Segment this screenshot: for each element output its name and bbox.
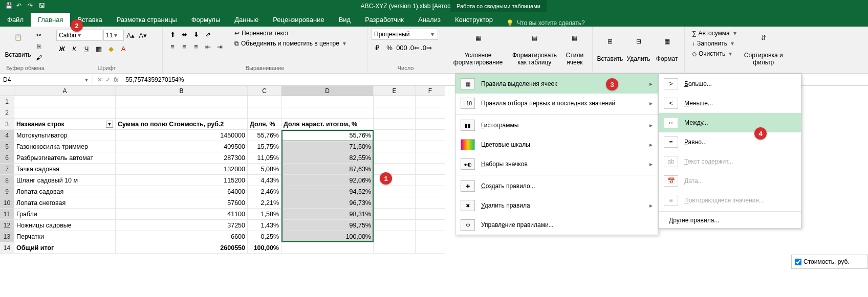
fx-icon[interactable]: fx xyxy=(114,76,118,83)
cell[interactable] xyxy=(416,164,445,175)
cell[interactable] xyxy=(248,96,281,107)
cell[interactable]: Мотокультиватор xyxy=(14,130,116,141)
cell[interactable]: 71,50% xyxy=(281,141,374,152)
cell[interactable] xyxy=(416,119,445,130)
cell[interactable]: 2,21% xyxy=(248,197,281,209)
cell[interactable] xyxy=(14,107,116,119)
cell[interactable]: 64000 xyxy=(116,186,248,197)
insert-cells-button[interactable]: ⊞Вставить xyxy=(597,29,623,72)
align-top-icon[interactable]: ⬆ xyxy=(167,29,178,40)
cell[interactable] xyxy=(374,119,416,130)
filter-icon[interactable]: ▼ xyxy=(106,121,113,128)
orientation-icon[interactable]: ⇗ xyxy=(202,29,213,40)
tell-me-search[interactable]: 💡 Что вы хотите сделать? xyxy=(500,19,591,27)
increase-font-icon[interactable]: A▴ xyxy=(125,30,136,41)
cell[interactable]: Лопата садовая xyxy=(14,186,116,197)
field-checkbox[interactable] xyxy=(795,259,801,265)
clear-button[interactable]: ◇Очистить▾ xyxy=(689,49,741,58)
fill-color-button[interactable]: ◆ xyxy=(105,43,117,54)
cell[interactable] xyxy=(416,130,445,141)
row-header[interactable]: 13 xyxy=(0,231,14,242)
sort-filter-button[interactable]: ⇵Сортировка и фильтр xyxy=(743,29,784,72)
column-header[interactable]: D xyxy=(281,86,374,96)
format-cells-button[interactable]: ▦Формат xyxy=(654,29,680,72)
cell[interactable] xyxy=(416,197,445,209)
paste-button[interactable]: 📋 Вставить xyxy=(4,29,32,64)
cell[interactable]: Тачка садовая xyxy=(14,164,116,175)
cell[interactable]: Ножницы садовые xyxy=(14,220,116,231)
decrease-font-icon[interactable]: A▾ xyxy=(137,30,148,41)
decrease-decimal-icon[interactable]: .0⇒ xyxy=(421,42,432,53)
cell[interactable]: 1450000 xyxy=(116,130,248,141)
cell[interactable]: 15,75% xyxy=(248,141,281,152)
cell[interactable]: 0,25% xyxy=(248,231,281,242)
cell[interactable] xyxy=(374,220,416,231)
cell[interactable] xyxy=(416,96,445,107)
increase-decimal-icon[interactable]: .0⇐ xyxy=(408,42,420,53)
cell[interactable] xyxy=(416,152,445,164)
cell[interactable]: 41100 xyxy=(116,209,248,220)
cell[interactable] xyxy=(14,96,116,107)
cell-styles-button[interactable]: ▦ Стили ячеек xyxy=(561,29,588,72)
redo-icon[interactable]: ↷ xyxy=(28,2,36,10)
column-header[interactable]: A xyxy=(14,86,116,96)
cell[interactable]: 2600550 xyxy=(116,242,248,254)
row-header[interactable]: 3 xyxy=(0,119,14,130)
column-header[interactable]: E xyxy=(374,86,416,96)
cell[interactable]: 100,00% xyxy=(248,242,281,254)
font-size-combo[interactable]: 11▾ xyxy=(103,30,124,41)
cell[interactable]: 100,00% xyxy=(281,231,374,242)
cell[interactable]: 4,43% xyxy=(248,175,281,186)
cell[interactable] xyxy=(374,141,416,152)
fill-button[interactable]: ↓Заполнить▾ xyxy=(689,39,741,48)
row-header[interactable]: 4 xyxy=(0,130,14,141)
column-header[interactable]: F xyxy=(416,86,445,96)
cell[interactable] xyxy=(374,164,416,175)
cell[interactable]: 92,06% xyxy=(281,175,374,186)
cell[interactable] xyxy=(374,152,416,164)
align-left-icon[interactable]: ≡ xyxy=(167,41,178,52)
align-middle-icon[interactable]: ⬌ xyxy=(179,29,190,40)
cell[interactable] xyxy=(116,107,248,119)
cell[interactable]: 55,76% xyxy=(248,130,281,141)
tab-home[interactable]: Главная xyxy=(31,13,70,27)
name-box[interactable]: D4▾ xyxy=(0,74,93,85)
increase-indent-icon[interactable]: ⇥ xyxy=(214,41,225,52)
cf-manage-rules[interactable]: ⚙Управление правилами... xyxy=(455,215,658,235)
cell[interactable]: 37250 xyxy=(116,220,248,231)
cell[interactable]: 87,63% xyxy=(281,164,374,175)
cell[interactable]: 2,46% xyxy=(248,186,281,197)
cf-data-bars[interactable]: ▮▮Гистограммы▸ xyxy=(455,116,658,135)
bold-button[interactable]: Ж xyxy=(56,43,68,54)
row-header[interactable]: 5 xyxy=(0,141,14,152)
row-header[interactable]: 14 xyxy=(0,242,14,254)
cell[interactable]: 57600 xyxy=(116,197,248,209)
number-format-combo[interactable]: Процентный▾ xyxy=(372,29,438,40)
cell[interactable] xyxy=(374,96,416,107)
rule-less-than[interactable]: <Меньше... xyxy=(659,94,801,113)
rule-date-occurring[interactable]: 📅Дата... xyxy=(659,171,801,191)
save-alt-icon[interactable]: 🖫 xyxy=(39,2,47,10)
cell[interactable]: 5,08% xyxy=(248,164,281,175)
rule-text-contains[interactable]: abТекст содержит... xyxy=(659,152,801,171)
cell[interactable]: 98,31% xyxy=(281,209,374,220)
cell[interactable]: Доля, % xyxy=(248,119,281,130)
cell[interactable] xyxy=(281,242,374,254)
cell[interactable] xyxy=(374,231,416,242)
row-header[interactable]: 10 xyxy=(0,197,14,209)
wrap-text-button[interactable]: ↩Перенести текст xyxy=(231,29,351,38)
borders-button[interactable]: ▦ xyxy=(93,43,104,54)
cell[interactable]: 6600 xyxy=(116,231,248,242)
cell[interactable] xyxy=(374,130,416,141)
cell[interactable]: 115200 xyxy=(116,175,248,186)
font-name-combo[interactable]: Calibri▾ xyxy=(56,30,102,41)
cell[interactable] xyxy=(281,107,374,119)
cell[interactable] xyxy=(416,220,445,231)
rule-duplicate-values[interactable]: ≡Повторяющиеся значения... xyxy=(659,191,801,210)
row-header[interactable]: 11 xyxy=(0,209,14,220)
cell[interactable]: Перчатки xyxy=(14,231,116,242)
cell[interactable]: Разбрызгиватель автомат xyxy=(14,152,116,164)
cell[interactable]: Лопата снеговая xyxy=(14,197,116,209)
cut-icon[interactable]: ✂ xyxy=(34,30,44,40)
row-header[interactable]: 7 xyxy=(0,164,14,175)
